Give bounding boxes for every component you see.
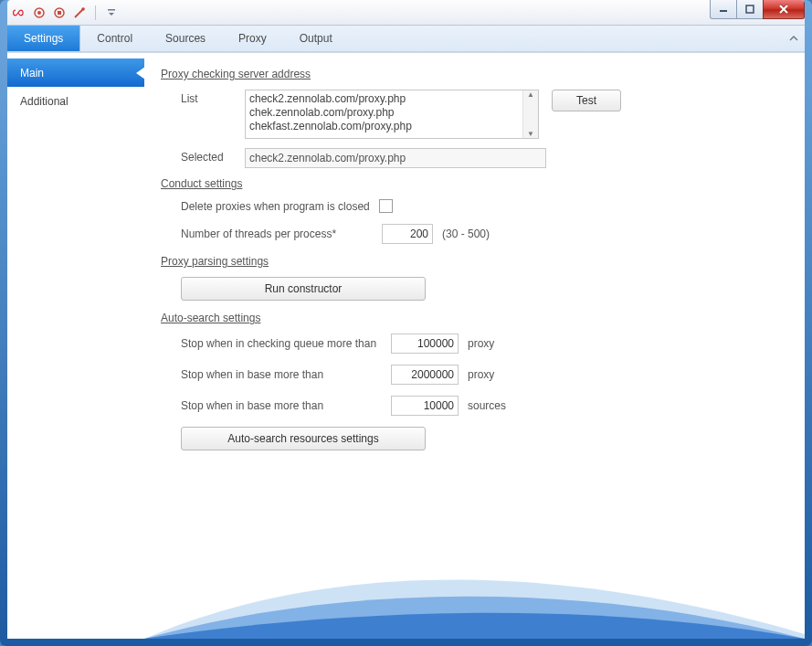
infinity-icon[interactable] [13,6,26,19]
tab-label: Settings [24,32,63,45]
delete-proxies-checkbox[interactable] [379,199,393,213]
tab-proxy[interactable]: Proxy [222,26,283,51]
button-label: Test [576,94,596,107]
selected-server-field[interactable]: check2.zennolab.com/proxy.php [245,148,546,168]
chevron-up-icon[interactable]: ▲ [527,90,534,99]
tab-label: Control [97,32,132,45]
settings-sidebar: Main Additional [7,53,144,639]
section-autosearch-title: Auto-search settings [161,312,788,324]
stop-icon[interactable] [53,6,66,19]
decorative-swoosh [144,529,805,639]
sidebar-item-label: Main [20,67,44,79]
tab-settings[interactable]: Settings [7,26,80,51]
queue-limit-input[interactable]: 100000 [391,334,459,354]
svg-point-1 [37,11,41,15]
input-value: 200 [410,228,428,240]
list-scrollbar[interactable]: ▲ ▼ [522,90,538,138]
window-controls [711,0,805,18]
threads-hint: (30 - 500) [442,228,490,240]
autosearch-resources-button[interactable]: Auto-search resources settings [181,427,426,450]
tab-label: Proxy [238,32,267,45]
input-value: 2000000 [411,368,454,381]
autosearch-unit: proxy [468,337,494,350]
tab-control[interactable]: Control [80,26,149,51]
list-label: List [161,90,245,105]
input-value: 10000 [424,399,454,412]
svg-rect-6 [720,10,727,12]
list-item[interactable]: check2.zennolab.com/proxy.php [249,92,519,106]
selected-label: Selected [161,148,245,164]
tab-output[interactable]: Output [283,26,349,51]
run-constructor-button[interactable]: Run constructor [181,277,426,301]
chevron-down-icon[interactable]: ▼ [527,130,534,138]
content-area: Main Additional Proxy checking server ad… [7,52,805,639]
ribbon-collapse-icon[interactable] [788,26,799,51]
autosearch-row-label: Stop when in checking queue more than [181,337,382,350]
svg-rect-3 [58,11,61,15]
section-parsing-title: Proxy parsing settings [161,255,788,268]
tools-icon[interactable] [73,6,86,19]
ribbon-tabs: Settings Control Sources Proxy Output [7,26,805,52]
sidebar-item-label: Additional [20,95,69,108]
button-label: Run constructor [265,282,343,295]
maximize-button[interactable] [736,0,764,19]
selected-value: check2.zennolab.com/proxy.php [249,152,406,164]
section-conduct-title: Conduct settings [161,177,788,190]
title-bar [7,0,805,26]
section-proxy-checking-title: Proxy checking server address [161,68,788,80]
svg-rect-5 [108,9,115,11]
test-button[interactable]: Test [552,90,621,111]
svg-rect-7 [746,5,754,13]
svg-point-4 [81,7,85,11]
threads-label: Number of threads per process* [181,228,373,240]
tab-sources[interactable]: Sources [149,26,222,51]
quick-access-toolbar [13,5,118,20]
sidebar-item-main[interactable]: Main [7,58,144,87]
list-item[interactable]: chekfast.zennolab.com/proxy.php [249,120,519,133]
minimize-button[interactable] [710,0,737,19]
tab-label: Output [300,32,332,45]
settings-panel: Proxy checking server address List check… [144,53,805,639]
record-icon[interactable] [33,6,46,19]
autosearch-unit: proxy [468,368,494,381]
autosearch-row-label: Stop when in base more than [181,368,382,381]
server-listbox[interactable]: check2.zennolab.com/proxy.php chek.zenno… [245,90,539,139]
app-window: Settings Control Sources Proxy Output Ma… [7,0,805,639]
autosearch-unit: sources [468,399,506,412]
customize-qat-icon[interactable] [105,6,118,19]
base-sources-limit-input[interactable]: 10000 [391,396,459,416]
button-label: Auto-search resources settings [227,432,378,445]
input-value: 100000 [417,337,454,350]
toolbar-divider [95,5,96,20]
autosearch-row-label: Stop when in base more than [181,399,382,412]
threads-input[interactable]: 200 [382,224,433,244]
list-item[interactable]: chek.zennolab.com/proxy.php [249,106,519,120]
base-proxy-limit-input[interactable]: 2000000 [391,365,459,385]
tab-label: Sources [165,32,206,45]
sidebar-item-additional[interactable]: Additional [7,87,144,115]
delete-proxies-label: Delete proxies when program is closed [181,200,370,213]
close-button[interactable] [763,0,805,19]
server-list-content: check2.zennolab.com/proxy.php chek.zenno… [246,90,522,138]
